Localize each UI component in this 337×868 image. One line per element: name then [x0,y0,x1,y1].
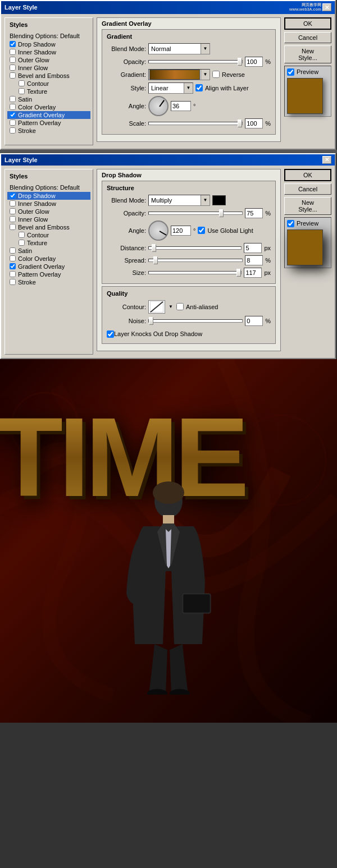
opacity-slider1[interactable] [148,60,243,63]
drop-shadow-checkbox2[interactable] [10,192,16,199]
outer-glow-checkbox1[interactable] [10,57,16,63]
inner-shadow-checkbox2[interactable] [10,200,16,206]
gradient-color-swatch[interactable] [149,70,200,80]
angle-dial1[interactable] [148,96,168,116]
blend-mode-arrow1[interactable]: ▼ [201,44,210,54]
global-light-checkbox[interactable] [198,227,205,234]
style-select[interactable]: Linear ▼ [148,82,193,94]
size-slider[interactable] [148,271,242,274]
contour-preview[interactable] [148,300,165,314]
color-overlay-checkbox2[interactable] [10,255,16,261]
inner-glow-checkbox1[interactable] [10,65,16,71]
satin-item2[interactable]: Satin [7,247,90,255]
preview-checkbox1[interactable] [287,68,294,76]
close-button1[interactable]: ✕ [322,3,331,11]
drop-shadow-checkbox1[interactable] [10,41,16,47]
outer-glow-checkbox2[interactable] [10,208,16,214]
inner-glow-checkbox2[interactable] [10,216,16,222]
inner-shadow-item1[interactable]: Inner Shadow [7,48,90,56]
texture-item2[interactable]: Texture [7,239,90,247]
outer-glow-item2[interactable]: Outer Glow [7,208,90,215]
drop-shadow-item1[interactable]: Drop Shadow [7,40,90,48]
angle-dial2[interactable] [148,221,168,241]
pattern-overlay-checkbox2[interactable] [10,271,16,277]
pattern-overlay-checkbox1[interactable] [10,120,16,126]
blend-mode-select1[interactable]: Normal ▼ [148,43,210,54]
spread-slider[interactable] [148,259,243,262]
blend-mode-select2[interactable]: Multiply ▼ [148,195,210,206]
style-arrow[interactable]: ▼ [184,83,193,93]
inner-glow-item2[interactable]: Inner Glow [7,215,90,223]
stroke-checkbox1[interactable] [10,127,16,134]
reverse-checkbox[interactable] [212,71,220,78]
inner-glow-item1[interactable]: Inner Glow [7,64,90,72]
noise-thumb[interactable] [149,317,153,325]
bevel-emboss-checkbox2[interactable] [10,224,16,230]
opacity-thumb2[interactable] [219,209,224,217]
color-overlay-checkbox1[interactable] [10,104,16,110]
gradient-arrow[interactable]: ▼ [201,70,210,80]
distance-slider[interactable] [148,246,242,250]
texture-item1[interactable]: Texture [7,88,90,95]
stroke-item1[interactable]: Stroke [7,127,90,135]
gradient-overlay-checkbox1[interactable] [10,112,16,118]
bevel-emboss-item2[interactable]: Bevel and Emboss [7,223,90,231]
size-input[interactable] [244,268,262,278]
ok-button2[interactable]: OK [284,169,331,181]
cancel-button1[interactable]: Cancel [284,32,331,43]
outer-glow-item1[interactable]: Outer Glow [7,56,90,64]
preview-checkbox2[interactable] [287,220,294,227]
blend-mode-arrow2[interactable]: ▼ [201,195,210,205]
align-layer-checkbox[interactable] [195,84,203,91]
opacity-input2[interactable] [245,208,263,218]
close-button2[interactable]: ✕ [322,156,331,164]
contour-checkbox1[interactable] [19,80,25,86]
noise-slider[interactable] [148,319,243,323]
drop-shadow-item2[interactable]: Drop Shadow [7,192,90,200]
blending-options2[interactable]: Blending Options: Default [7,183,90,192]
ok-button1[interactable]: OK [284,17,331,30]
satin-checkbox1[interactable] [10,96,16,102]
bevel-emboss-checkbox1[interactable] [10,72,16,79]
angle-input1[interactable] [171,101,191,111]
new-style-button1[interactable]: New Style... [284,45,331,63]
bevel-emboss-item1[interactable]: Bevel and Emboss [7,72,90,80]
stroke-checkbox2[interactable] [10,279,16,285]
shadow-color-swatch[interactable] [212,195,226,205]
texture-checkbox2[interactable] [19,240,25,246]
cancel-button2[interactable]: Cancel [284,183,331,195]
size-thumb[interactable] [236,269,241,277]
scale-slider[interactable] [148,122,243,125]
opacity-input1[interactable] [245,57,263,67]
distance-input[interactable] [244,243,262,253]
gradient-swatch-select[interactable]: ▼ [148,69,210,80]
contour-item1[interactable]: Contour [7,80,90,88]
pattern-overlay-item2[interactable]: Pattern Overlay [7,270,90,278]
spread-thumb[interactable] [153,256,158,264]
gradient-overlay-checkbox2[interactable] [10,263,16,269]
noise-input[interactable] [245,316,263,326]
spread-input[interactable] [245,255,263,265]
opacity-slider2[interactable] [148,212,243,215]
angle-input2[interactable] [171,226,191,236]
scale-thumb[interactable] [238,120,242,127]
knock-out-checkbox[interactable] [107,330,114,338]
stroke-item2[interactable]: Stroke [7,278,90,286]
contour-arrow[interactable]: ▼ [167,304,174,309]
gradient-overlay-item1[interactable]: Gradient Overlay [7,111,90,119]
contour-item2[interactable]: Contour [7,231,90,239]
satin-checkbox2[interactable] [10,247,16,254]
pattern-overlay-item1[interactable]: Pattern Overlay [7,119,90,127]
gradient-overlay-item2[interactable]: Gradient Overlay [7,263,90,270]
texture-checkbox1[interactable] [19,88,25,94]
blending-options[interactable]: Blending Options: Default [7,31,90,40]
satin-item1[interactable]: Satin [7,95,90,103]
contour-checkbox2[interactable] [19,232,25,238]
color-overlay-item1[interactable]: Color Overlay [7,103,90,111]
inner-shadow-checkbox1[interactable] [10,49,16,55]
color-overlay-item2[interactable]: Color Overlay [7,255,90,263]
anti-aliased-checkbox[interactable] [176,303,184,310]
distance-thumb[interactable] [152,244,156,252]
new-style-button2[interactable]: New Style... [284,197,331,215]
scale-input[interactable] [245,118,263,128]
